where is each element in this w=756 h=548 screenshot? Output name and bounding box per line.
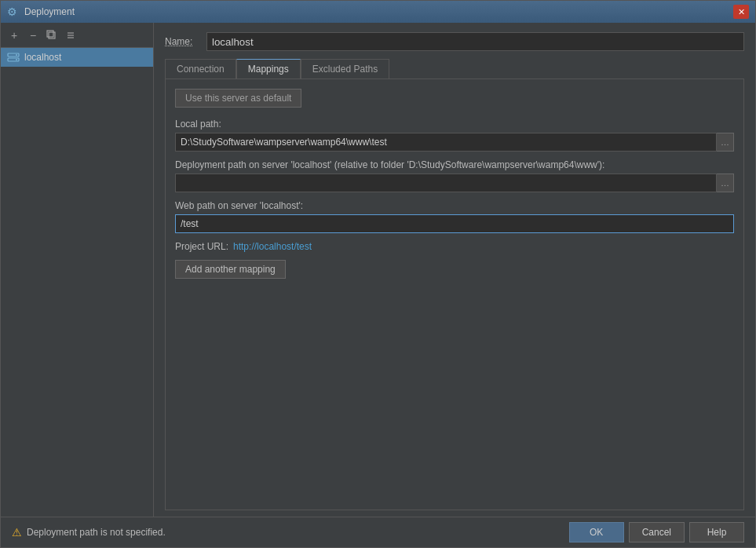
local-path-label: Local path:: [175, 119, 734, 130]
add-another-mapping-button[interactable]: Add another mapping: [175, 260, 286, 279]
name-label: Name:: [165, 36, 200, 47]
project-url-row: Project URL: http://localhost/test: [175, 241, 734, 252]
bottom-bar: ⚠ Deployment path is not specified. OK C…: [1, 517, 755, 547]
dialog-buttons: OK Cancel Help: [569, 522, 744, 543]
help-button[interactable]: Help: [689, 522, 744, 543]
web-path-row: [175, 214, 734, 233]
deployment-path-input[interactable]: [175, 174, 717, 192]
title-bar: ⚙ Deployment ✕: [1, 1, 755, 23]
deployment-path-row: …: [175, 174, 734, 192]
title-bar-left: ⚙ Deployment: [7, 5, 75, 18]
sort-server-button[interactable]: [62, 27, 79, 44]
svg-point-8: [16, 59, 17, 60]
deployment-path-label: Deployment path on server 'localhost' (r…: [175, 159, 734, 170]
server-icon: [7, 51, 20, 64]
warning-icon: ⚠: [12, 526, 22, 539]
svg-rect-0: [49, 32, 55, 38]
name-input[interactable]: [206, 32, 744, 51]
tab-connection[interactable]: Connection: [165, 59, 236, 79]
svg-rect-1: [47, 31, 53, 37]
dialog-title: Deployment: [24, 6, 75, 17]
ok-button[interactable]: OK: [569, 522, 624, 543]
warning-text: Deployment path is not specified.: [27, 527, 166, 538]
use-server-default-button[interactable]: Use this server as default: [175, 89, 301, 108]
server-item-label: localhost: [24, 52, 61, 63]
sidebar: + −: [1, 23, 154, 517]
main-content: + −: [1, 23, 755, 517]
svg-point-7: [16, 54, 17, 56]
tab-mappings[interactable]: Mappings: [236, 59, 301, 79]
deployment-path-browse-button[interactable]: …: [717, 174, 734, 192]
tab-bar: Connection Mappings Excluded Paths: [165, 59, 744, 79]
web-path-input[interactable]: [175, 214, 734, 233]
deployment-dialog: ⚙ Deployment ✕ + −: [0, 0, 756, 548]
app-icon: ⚙: [7, 5, 20, 18]
local-path-row: …: [175, 133, 734, 152]
local-path-input[interactable]: [175, 133, 717, 152]
project-url-link[interactable]: http://localhost/test: [233, 241, 312, 252]
tab-content-mappings: Use this server as default Local path: ……: [165, 79, 744, 510]
sidebar-toolbar: + −: [1, 23, 153, 48]
add-server-button[interactable]: +: [5, 27, 23, 44]
name-row: Name:: [165, 32, 744, 51]
local-path-browse-button[interactable]: …: [717, 133, 734, 152]
right-panel: Name: Connection Mappings Excluded Paths…: [154, 23, 755, 517]
server-item-localhost[interactable]: localhost: [1, 48, 153, 67]
project-url-label: Project URL:: [175, 241, 228, 252]
web-path-label: Web path on server 'localhost':: [175, 200, 734, 211]
warning-message: ⚠ Deployment path is not specified.: [12, 526, 166, 539]
copy-server-button[interactable]: [43, 27, 60, 44]
tab-excluded-paths[interactable]: Excluded Paths: [301, 59, 389, 79]
remove-server-button[interactable]: −: [24, 27, 42, 44]
cancel-button[interactable]: Cancel: [629, 522, 685, 543]
close-button[interactable]: ✕: [733, 5, 749, 19]
